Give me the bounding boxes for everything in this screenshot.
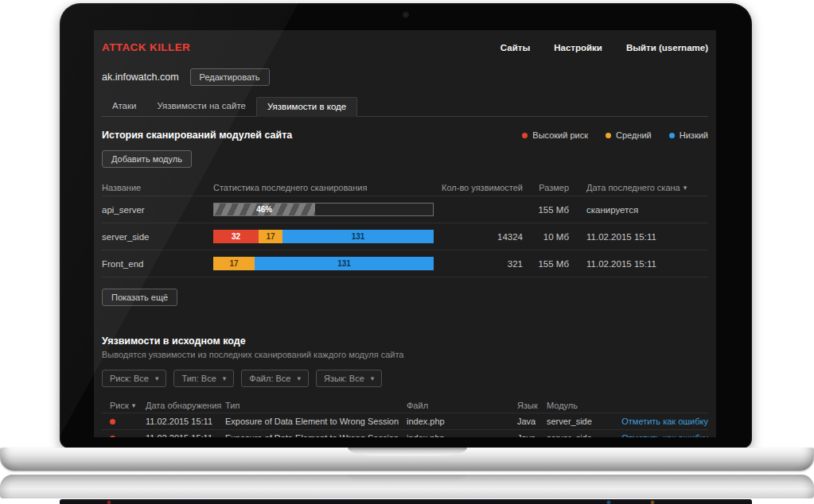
tab-code-vulnerabilities[interactable]: Уязвимости в коде: [256, 97, 357, 117]
filter-label: Файл: Все: [249, 374, 290, 383]
laptop-base-reflection: [0, 475, 814, 498]
column-header-type: Тип: [225, 401, 407, 410]
filter-label: Тип: Все: [181, 374, 216, 383]
module-name: api_server: [102, 205, 213, 215]
vuln-count: 321: [434, 259, 523, 269]
bar-segment-medium: 17: [213, 257, 255, 270]
column-header-language: Язык: [517, 401, 547, 410]
site-row: ak.infowatch.com Редактировать: [102, 68, 708, 87]
top-bar: ATTACK KILLER Сайты Настройки Выйти (use…: [102, 37, 708, 57]
scan-history-header: История сканирований модулей сайта Высок…: [102, 129, 708, 142]
vulnerability-row: 11.02.2015 15:11 Exposure of Data Elemen…: [102, 413, 708, 430]
last-scan-date: 11.02.2015 15:11: [569, 232, 708, 242]
risk-cell: [102, 436, 146, 438]
webcam-icon: [403, 12, 409, 17]
nav-settings[interactable]: Настройки: [554, 43, 602, 52]
laptop-base: [0, 448, 814, 471]
mark-as-error-link[interactable]: Отметить как ошибку: [621, 417, 708, 426]
chevron-down-icon: ▾: [155, 374, 159, 382]
filter-language[interactable]: Язык: Все ▾: [316, 370, 382, 387]
legend-high-risk: Высокий риск: [522, 130, 588, 140]
filter-file[interactable]: Файл: Все ▾: [241, 370, 309, 387]
progress-percent-label: 46%: [256, 205, 272, 214]
risk-high-dot-icon: [110, 436, 115, 438]
site-domain: ak.infowatch.com: [102, 72, 179, 83]
laptop-thumb-notch-reflection: [348, 475, 467, 483]
tab-site-vulnerabilities[interactable]: Уязвимости на сайте: [146, 97, 256, 116]
edit-site-button[interactable]: Редактировать: [190, 68, 270, 86]
risk-medium-dot-icon: [606, 133, 611, 138]
bar-segment-medium: 17: [259, 230, 282, 243]
detection-date: 11.02.2015 15:11: [146, 433, 225, 437]
risk-legend: Высокий риск Средний Низкий: [522, 130, 708, 140]
module-size: 155 Мб: [523, 205, 569, 215]
filter-type[interactable]: Тип: Все ▾: [173, 370, 234, 387]
module-name: server_side: [102, 232, 213, 242]
column-header-risk[interactable]: Риск ▾: [102, 401, 146, 410]
scan-stats-cell: 32 17 131: [213, 230, 434, 243]
risk-cell: [102, 419, 146, 425]
module-name: Front_end: [102, 259, 213, 269]
action-cell: Отметить как ошибку: [620, 433, 708, 437]
bar-segment-high: 32: [213, 230, 259, 243]
filter-label: Риск: Все: [110, 374, 149, 383]
app-logo[interactable]: ATTACK KILLER: [102, 41, 190, 53]
module-name: server_side: [547, 417, 620, 426]
detection-date: 11.02.2015 15:11: [146, 417, 225, 426]
column-header-last-scan-date[interactable]: Дата последнего скана ▾: [569, 183, 708, 192]
nav-sites[interactable]: Сайты: [500, 43, 530, 52]
tab-attacks[interactable]: Атаки: [102, 97, 146, 116]
legend-label: Низкий: [680, 130, 708, 140]
code-vulns-title: Уязвимости в исходном коде: [102, 335, 708, 347]
nav-logout[interactable]: Выйти (username): [626, 43, 708, 52]
column-header-file: Файл: [407, 401, 517, 410]
show-more-button[interactable]: Показать ещё: [102, 289, 177, 306]
risk-low-dot-icon: [669, 133, 675, 138]
filter-label: Язык: Все: [324, 374, 364, 383]
tab-bar: Атаки Уязвимости на сайте Уязвимости в к…: [102, 97, 708, 117]
laptop-mockup: ATTACK KILLER Сайты Настройки Выйти (use…: [0, 0, 814, 504]
bar-segment-low: 131: [282, 230, 434, 243]
action-cell: Отметить как ошибку: [620, 417, 708, 426]
chevron-down-icon: ▾: [223, 374, 227, 382]
scan-table-row: server_side 32 17 131 14324 10 Мб 11.02.…: [102, 223, 708, 250]
risk-high-dot-icon: [110, 419, 115, 425]
bar-segment-low: 131: [255, 257, 434, 270]
app-window: ATTACK KILLER Сайты Настройки Выйти (use…: [94, 30, 716, 437]
scan-progress-bar: 46%: [213, 203, 434, 216]
module-size: 10 Мб: [523, 232, 569, 242]
chevron-down-icon: ▾: [297, 374, 301, 382]
column-header-size: Размер: [523, 183, 569, 192]
legend-low-risk: Низкий: [669, 130, 708, 140]
scan-progress-fill: 46%: [214, 204, 315, 215]
scan-table-header: Название Статистика последнего сканирова…: [102, 180, 708, 196]
laptop-screen: ATTACK KILLER Сайты Настройки Выйти (use…: [60, 3, 752, 448]
sort-caret-icon: ▾: [684, 184, 687, 192]
column-header-date: Дата обнаружения: [146, 401, 225, 410]
language: Java: [517, 433, 547, 437]
module-name: server_side: [547, 433, 620, 437]
scan-stats-cell: 17 131: [213, 257, 434, 270]
column-header-module: Модуль: [547, 401, 620, 410]
column-label: Дата последнего скана: [586, 183, 680, 192]
file-name: index.php: [407, 417, 517, 426]
filters-bar: Риск: Все ▾ Тип: Все ▾ Файл: Все ▾ Язык:…: [102, 370, 708, 387]
vuln-count: 14324: [434, 232, 523, 242]
column-header-name: Название: [102, 183, 213, 192]
add-module-button[interactable]: Добавить модуль: [102, 150, 192, 168]
mark-as-error-link[interactable]: Отметить как ошибку: [621, 433, 708, 437]
column-label: Риск: [110, 401, 129, 410]
last-scan-date: сканируется: [569, 205, 708, 215]
chevron-down-icon: ▾: [371, 374, 375, 382]
filter-risk[interactable]: Риск: Все ▾: [102, 370, 166, 387]
scan-table-row: Front_end 17 131 321 155 Мб 11.02.2015 1…: [102, 250, 708, 277]
legend-medium-risk: Средний: [606, 130, 652, 140]
module-size: 155 Мб: [523, 259, 569, 269]
top-nav: Сайты Настройки Выйти (username): [500, 43, 708, 52]
code-vulns-table: Риск ▾ Дата обнаружения Тип Файл Язык Мо…: [102, 397, 708, 437]
vulnerability-type: Exposure of Data Element to Wrong Sessio…: [225, 417, 407, 426]
scan-table-row: api_server 46% 155 Мб сканируется: [102, 196, 708, 223]
code-vulns-subtitle: Выводятся уязвимости из последних сканир…: [102, 350, 708, 359]
risk-stacked-bar: 32 17 131: [213, 230, 434, 243]
risk-high-dot-icon: [522, 133, 528, 138]
